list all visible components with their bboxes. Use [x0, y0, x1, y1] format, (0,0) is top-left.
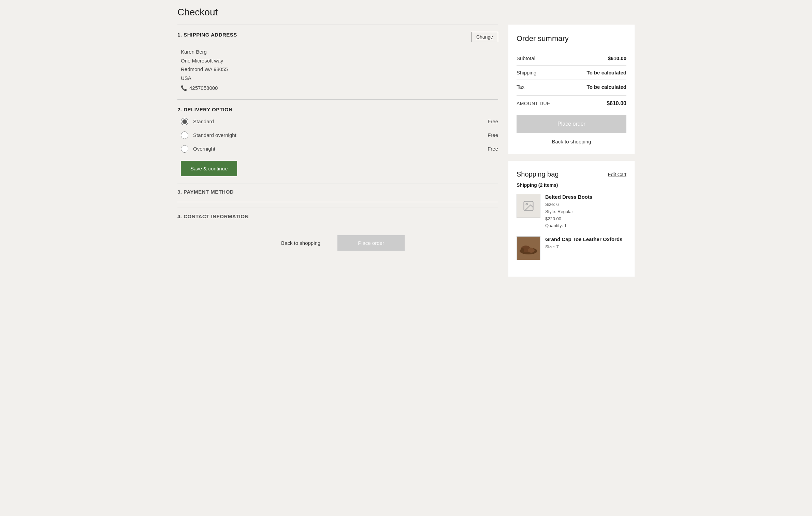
option-label-standard: Standard — [193, 118, 469, 124]
tax-value: To be calculated — [587, 84, 626, 90]
amount-due-label: AMOUNT DUE — [517, 101, 550, 106]
delivery-option-section: 2. DELIVERY OPTION Standard Free Standar… — [177, 99, 498, 183]
item-details-boots: Belted Dress Boots Size: 6 Style: Regula… — [545, 194, 626, 229]
delivery-option-overnight[interactable]: Overnight Free — [181, 145, 498, 153]
payment-method-section: 3. PAYMENT METHOD — [177, 183, 498, 200]
change-address-button[interactable]: Change — [471, 32, 498, 42]
shopping-bag-card: Shopping bag Edit Cart Shipping (2 items… — [508, 161, 635, 277]
shipping-label: Shipping — [517, 70, 536, 75]
item-name-boots: Belted Dress Boots — [545, 194, 626, 200]
shipping-header: 1. SHIPPING ADDRESS Change — [177, 32, 498, 42]
delivery-option-standard[interactable]: Standard Free — [181, 118, 498, 125]
section-divider — [177, 202, 498, 202]
summary-row-shipping: Shipping To be calculated — [517, 65, 626, 80]
edit-cart-button[interactable]: Edit Cart — [608, 172, 626, 177]
back-to-shopping-bottom[interactable]: Back to shopping — [271, 235, 331, 251]
svg-point-4 — [528, 248, 535, 253]
address-city: Redmond WA 98055 — [181, 65, 498, 74]
payment-title: 3. PAYMENT METHOD — [177, 189, 234, 195]
order-summary-card: Order summary Subtotal $610.00 Shipping … — [508, 25, 635, 154]
item-meta-oxfords: Size: 7 — [545, 243, 626, 251]
subtotal-value: $610.00 — [608, 55, 626, 61]
phone-icon: 📞 — [181, 84, 187, 93]
item-image-oxfords — [517, 236, 540, 260]
shipping-items-label: Shipping (2 items) — [517, 182, 626, 188]
bottom-actions: Back to shopping Place order — [177, 225, 498, 261]
amount-due-row: AMOUNT DUE $610.00 — [517, 95, 626, 107]
radio-standard[interactable] — [181, 118, 188, 125]
address-name: Karen Berg — [181, 47, 498, 56]
option-label-overnight: Overnight — [193, 146, 469, 152]
image-placeholder-icon — [522, 200, 535, 212]
contact-title: 4. CONTACT INFORMATION — [177, 213, 249, 219]
subtotal-label: Subtotal — [517, 55, 535, 61]
item-meta-boots: Size: 6 Style: Regular $220.00 Quantity:… — [545, 201, 626, 229]
option-label-standard-overnight: Standard overnight — [193, 132, 469, 138]
item-image-boots — [517, 194, 540, 218]
shipping-title: 1. SHIPPING ADDRESS — [177, 32, 237, 38]
delivery-title: 2. DELIVERY OPTION — [177, 107, 233, 112]
bag-item-boots: Belted Dress Boots Size: 6 Style: Regula… — [517, 194, 626, 229]
svg-point-1 — [526, 204, 528, 205]
delivery-option-standard-overnight[interactable]: Standard overnight Free — [181, 131, 498, 139]
shopping-bag-title: Shopping bag — [517, 170, 559, 178]
address-phone: 📞 4257058000 — [181, 84, 498, 93]
option-price-standard-overnight: Free — [488, 132, 498, 138]
shipping-value: To be calculated — [587, 70, 626, 75]
left-column: 1. SHIPPING ADDRESS Change Karen Berg On… — [177, 25, 498, 261]
place-order-button[interactable]: Place order — [517, 115, 626, 133]
back-to-shopping-right[interactable]: Back to shopping — [517, 139, 626, 144]
svg-rect-5 — [521, 248, 524, 252]
radio-overnight[interactable] — [181, 145, 188, 153]
delivery-header: 2. DELIVERY OPTION — [177, 107, 498, 112]
summary-row-subtotal: Subtotal $610.00 — [517, 51, 626, 65]
address-country: USA — [181, 74, 498, 83]
item-details-oxfords: Grand Cap Toe Leather Oxfords Size: 7 — [545, 236, 626, 260]
place-order-bottom[interactable]: Place order — [337, 235, 405, 251]
bag-item-oxfords: Grand Cap Toe Leather Oxfords Size: 7 — [517, 236, 626, 260]
contact-information-section: 4. CONTACT INFORMATION — [177, 208, 498, 225]
option-price-standard: Free — [488, 118, 498, 124]
shoe-image-icon — [518, 241, 539, 255]
shopping-bag-header: Shopping bag Edit Cart — [517, 170, 626, 178]
order-summary-title: Order summary — [517, 34, 626, 43]
option-price-overnight: Free — [488, 146, 498, 152]
address-block: Karen Berg One Microsoft way Redmond WA … — [177, 47, 498, 93]
right-column: Order summary Subtotal $610.00 Shipping … — [508, 25, 635, 277]
page-title: Checkout — [177, 7, 635, 18]
tax-label: Tax — [517, 84, 524, 90]
address-street: One Microsoft way — [181, 56, 498, 65]
radio-standard-overnight[interactable] — [181, 131, 188, 139]
shipping-address-section: 1. SHIPPING ADDRESS Change Karen Berg On… — [177, 25, 498, 99]
amount-due-value: $610.00 — [607, 100, 626, 107]
summary-row-tax: Tax To be calculated — [517, 80, 626, 94]
delivery-options-list: Standard Free Standard overnight Free Ov… — [177, 118, 498, 153]
item-name-oxfords: Grand Cap Toe Leather Oxfords — [545, 236, 626, 242]
save-continue-button[interactable]: Save & continue — [181, 161, 237, 176]
